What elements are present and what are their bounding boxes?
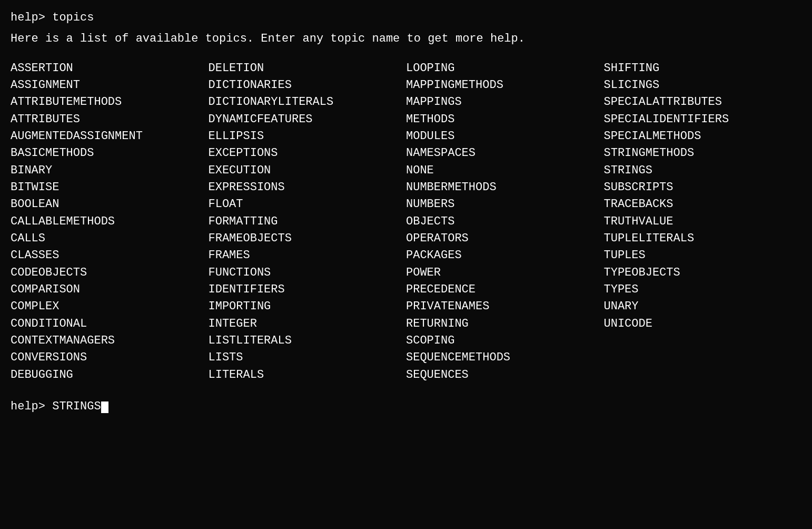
topic-item[interactable]: EXECUTION	[209, 162, 407, 179]
topic-item[interactable]: CODEOBJECTS	[11, 264, 209, 281]
topic-item[interactable]: MODULES	[406, 128, 604, 145]
topics-col-3: LOOPINGMAPPINGMETHODSMAPPINGSMETHODSMODU…	[406, 60, 604, 384]
topic-item[interactable]: CALLS	[11, 230, 209, 247]
topic-item[interactable]: SCOPING	[406, 332, 604, 349]
topic-item[interactable]: EXCEPTIONS	[209, 145, 407, 162]
topic-item[interactable]: CALLABLEMETHODS	[11, 213, 209, 230]
topic-item[interactable]: MAPPINGMETHODS	[406, 77, 604, 94]
topic-item[interactable]: INTEGER	[209, 316, 407, 332]
topic-item[interactable]: DICTIONARYLITERALS	[209, 94, 407, 111]
topic-item[interactable]: IMPORTING	[209, 298, 407, 315]
topic-item[interactable]: PRECEDENCE	[406, 281, 604, 298]
topic-item[interactable]: SPECIALIDENTIFIERS	[604, 111, 802, 128]
topic-item[interactable]: ELLIPSIS	[209, 128, 407, 145]
prompt-line-1: help> topics	[11, 9, 801, 26]
topic-item[interactable]: TUPLES	[604, 247, 802, 264]
topic-item[interactable]: SUBSCRIPTS	[604, 179, 802, 196]
topic-item[interactable]: TYPEOBJECTS	[604, 264, 802, 281]
topic-item[interactable]: EXPRESSIONS	[209, 179, 407, 196]
topic-item[interactable]: FRAMES	[209, 247, 407, 264]
topic-item[interactable]: FUNCTIONS	[209, 264, 407, 281]
topic-item[interactable]: SEQUENCES	[406, 367, 604, 384]
topic-item[interactable]: UNICODE	[604, 316, 802, 332]
prompt-text-2: help> STRINGS	[11, 400, 101, 413]
cursor	[101, 401, 108, 413]
topics-col-4: SHIFTINGSLICINGSSPECIALATTRIBUTESSPECIAL…	[604, 60, 802, 384]
topics-grid: ASSERTIONASSIGNMENTATTRIBUTEMETHODSATTRI…	[11, 60, 801, 384]
topic-item[interactable]: CLASSES	[11, 247, 209, 264]
topic-item[interactable]: CONDITIONAL	[11, 316, 209, 332]
topic-item[interactable]: ATTRIBUTES	[11, 111, 209, 128]
topic-item[interactable]: MAPPINGS	[406, 94, 604, 111]
topic-item[interactable]: SHIFTING	[604, 60, 802, 77]
topic-item[interactable]: BOOLEAN	[11, 196, 209, 213]
description-line: Here is a list of available topics. Ente…	[11, 31, 801, 47]
topic-item[interactable]: LITERALS	[209, 367, 407, 384]
description-text: Here is a list of available topics. Ente…	[11, 32, 525, 45]
terminal-window: help> topics Here is a list of available…	[11, 9, 801, 415]
topic-item[interactable]: STRINGMETHODS	[604, 145, 802, 162]
topic-item[interactable]: SEQUENCEMETHODS	[406, 349, 604, 366]
topic-item[interactable]: PACKAGES	[406, 247, 604, 264]
topic-item[interactable]: DYNAMICFEATURES	[209, 111, 407, 128]
topic-item[interactable]: NUMBERS	[406, 196, 604, 213]
topic-item[interactable]: FLOAT	[209, 196, 407, 213]
topic-item[interactable]: IDENTIFIERS	[209, 281, 407, 298]
topic-item[interactable]: SLICINGS	[604, 77, 802, 94]
topic-item[interactable]: CONTEXTMANAGERS	[11, 332, 209, 349]
topic-item[interactable]: LOOPING	[406, 60, 604, 77]
topic-item[interactable]: ASSIGNMENT	[11, 77, 209, 94]
topic-item[interactable]: OBJECTS	[406, 213, 604, 230]
prompt-line-2: help> STRINGS	[11, 398, 801, 415]
topics-col-2: DELETIONDICTIONARIESDICTIONARYLITERALSDY…	[209, 60, 407, 384]
topic-item[interactable]: BINARY	[11, 162, 209, 179]
topic-item[interactable]: ATTRIBUTEMETHODS	[11, 94, 209, 111]
topic-item[interactable]: UNARY	[604, 298, 802, 315]
topic-item[interactable]: DICTIONARIES	[209, 77, 407, 94]
topic-item[interactable]: PRIVATENAMES	[406, 298, 604, 315]
topic-item[interactable]: TUPLELITERALS	[604, 230, 802, 247]
topic-item[interactable]: SPECIALMETHODS	[604, 128, 802, 145]
topic-item[interactable]: TRACEBACKS	[604, 196, 802, 213]
topic-item[interactable]: NAMESPACES	[406, 145, 604, 162]
topic-item[interactable]: POWER	[406, 264, 604, 281]
topic-item[interactable]: LISTLITERALS	[209, 332, 407, 349]
topic-item[interactable]: TYPES	[604, 281, 802, 298]
topic-item[interactable]: ASSERTION	[11, 60, 209, 77]
prompt-text-1: help> topics	[11, 11, 94, 24]
topic-item[interactable]: LISTS	[209, 349, 407, 366]
topic-item[interactable]: OPERATORS	[406, 230, 604, 247]
topic-item[interactable]: COMPLEX	[11, 298, 209, 315]
topic-item[interactable]: METHODS	[406, 111, 604, 128]
topic-item[interactable]: NONE	[406, 162, 604, 179]
topic-item[interactable]: DELETION	[209, 60, 407, 77]
topic-item[interactable]: AUGMENTEDASSIGNMENT	[11, 128, 209, 145]
topic-item[interactable]: TRUTHVALUE	[604, 213, 802, 230]
topics-col-1: ASSERTIONASSIGNMENTATTRIBUTEMETHODSATTRI…	[11, 60, 209, 384]
topic-item[interactable]: COMPARISON	[11, 281, 209, 298]
topic-item[interactable]: DEBUGGING	[11, 367, 209, 384]
topic-item[interactable]: CONVERSIONS	[11, 349, 209, 366]
topic-item[interactable]: BITWISE	[11, 179, 209, 196]
topic-item[interactable]: RETURNING	[406, 316, 604, 332]
topic-item[interactable]: FRAMEOBJECTS	[209, 230, 407, 247]
topic-item[interactable]: FORMATTING	[209, 213, 407, 230]
topic-item[interactable]: BASICMETHODS	[11, 145, 209, 162]
topic-item[interactable]: NUMBERMETHODS	[406, 179, 604, 196]
topic-item[interactable]: STRINGS	[604, 162, 802, 179]
topic-item[interactable]: SPECIALATTRIBUTES	[604, 94, 802, 111]
